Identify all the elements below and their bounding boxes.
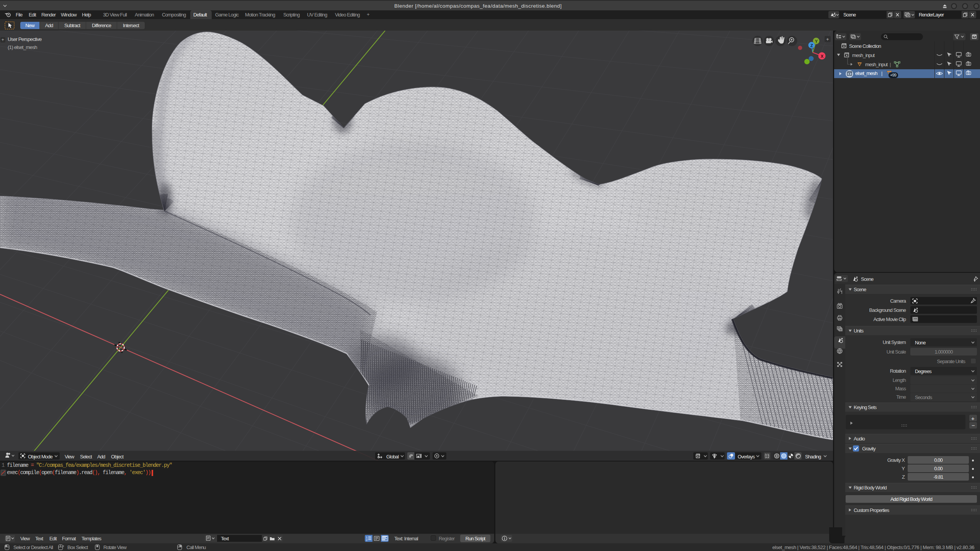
svg-text:(1) elset_mesh: (1) elset_mesh [8,44,37,50]
svg-text:+: + [2,37,4,42]
svg-text:1: 1 [366,536,368,539]
svg-text:Scene: Scene [843,12,856,18]
svg-text:RenderLayer: RenderLayer [919,12,944,18]
svg-text:+: + [826,36,829,42]
svg-text:2: 2 [366,539,368,541]
svg-text:User Perspective: User Perspective [8,36,42,42]
